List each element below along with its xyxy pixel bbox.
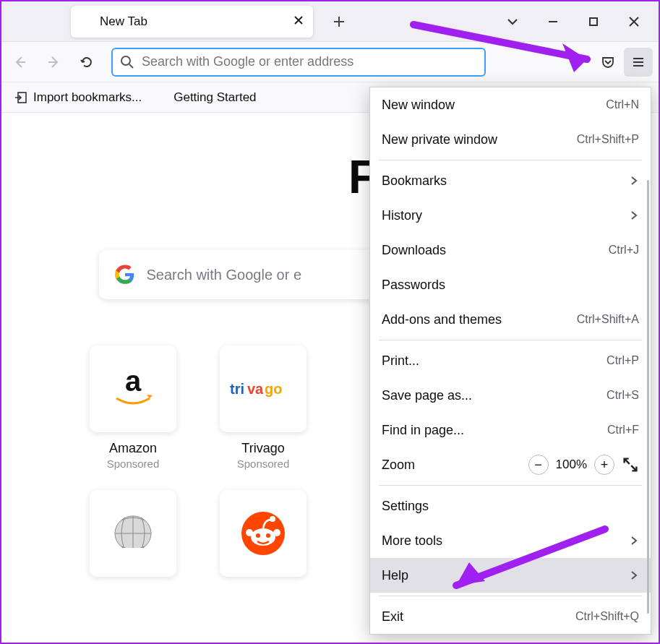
menu-separator: [379, 160, 642, 160]
tile-card: tri va go: [220, 345, 307, 432]
menu-label: New private window: [382, 132, 577, 147]
menu-shortcut: Ctrl+F: [607, 424, 639, 437]
menu-separator: [379, 340, 642, 340]
import-bookmarks-label: Import bookmarks...: [33, 90, 142, 105]
menu-label: Zoom: [382, 458, 528, 473]
svg-point-2: [121, 56, 130, 65]
menu-find-in-page[interactable]: Find in page... Ctrl+F: [370, 413, 651, 447]
maximize-window-button[interactable]: [573, 1, 614, 42]
close-tab-button[interactable]: [291, 15, 306, 27]
minimize-icon: [547, 16, 559, 27]
menu-new-private-window[interactable]: New private window Ctrl+Shift+P: [370, 122, 651, 157]
tile-card: [220, 490, 307, 577]
reddit-icon: [241, 511, 286, 556]
tile-title: Amazon: [109, 441, 157, 456]
zoom-in-button[interactable]: +: [594, 455, 614, 475]
chevron-right-icon: [629, 570, 639, 580]
app-menu-button[interactable]: [624, 48, 653, 77]
svg-point-13: [246, 529, 253, 536]
menu-zoom-row: Zoom − 100% +: [370, 447, 651, 482]
firefox-favicon-icon: [155, 91, 168, 104]
url-input[interactable]: [142, 54, 477, 69]
menu-label: History: [382, 208, 629, 223]
menu-label: Help: [382, 568, 629, 583]
chevron-right-icon: [629, 536, 639, 546]
menu-save-page-as[interactable]: Save page as... Ctrl+S: [370, 378, 651, 413]
back-button[interactable]: [7, 49, 33, 75]
tile-card: [90, 490, 176, 577]
new-tab-button[interactable]: [326, 9, 352, 35]
url-bar[interactable]: [111, 48, 486, 77]
tile-reddit[interactable]: [220, 490, 307, 577]
svg-point-15: [256, 533, 260, 538]
zoom-out-button[interactable]: −: [528, 455, 549, 475]
menu-label: Bookmarks: [382, 173, 629, 189]
menu-print[interactable]: Print... Ctrl+P: [370, 343, 651, 378]
tile-trivago[interactable]: tri va go Trivago Sponsored: [220, 345, 307, 470]
menu-settings[interactable]: Settings: [370, 489, 651, 523]
import-bookmarks-button[interactable]: Import bookmarks...: [14, 90, 142, 105]
chevron-down-icon: [506, 15, 519, 28]
menu-label: Save page as...: [382, 388, 607, 403]
tile-sub: Sponsored: [107, 458, 160, 470]
menu-bookmarks[interactable]: Bookmarks: [370, 163, 651, 198]
menu-history[interactable]: History: [370, 198, 651, 233]
arrow-right-icon: [46, 55, 61, 69]
wikipedia-icon: [111, 512, 155, 555]
menu-passwords[interactable]: Passwords: [370, 267, 651, 302]
svg-text:go: go: [265, 381, 282, 397]
title-bar: New Tab: [1, 1, 659, 42]
menu-exit[interactable]: Exit Ctrl+Shift+Q: [370, 599, 651, 634]
menu-shortcut: Ctrl+Shift+P: [577, 133, 639, 146]
tile-title: Trivago: [241, 441, 284, 456]
maximize-icon: [588, 17, 599, 27]
menu-label: Print...: [382, 353, 607, 369]
forward-button[interactable]: [40, 49, 67, 75]
firefox-taskbar-icon: [29, 10, 52, 33]
save-to-pocket-button[interactable]: [595, 49, 621, 75]
reload-icon: [80, 55, 94, 69]
tile-wikipedia[interactable]: [90, 490, 176, 577]
menu-scrollbar[interactable]: [647, 180, 649, 614]
menu-shortcut: Ctrl+Shift+A: [577, 313, 639, 326]
svg-rect-1: [590, 18, 597, 25]
reload-button[interactable]: [74, 49, 100, 75]
import-icon: [14, 91, 27, 104]
arrow-left-icon: [13, 55, 27, 69]
bookmark-getting-started[interactable]: Getting Started: [155, 90, 256, 105]
fullscreen-icon[interactable]: [622, 456, 639, 473]
tile-amazon[interactable]: a Amazon Sponsored: [90, 345, 176, 470]
minimize-window-button[interactable]: [533, 1, 573, 42]
google-icon: [115, 265, 135, 285]
menu-shortcut: Ctrl+S: [607, 389, 639, 402]
menu-shortcut: Ctrl+N: [606, 98, 639, 111]
pocket-icon: [601, 55, 615, 69]
menu-label: New window: [382, 98, 606, 113]
svg-text:tri: tri: [230, 381, 244, 397]
svg-point-14: [273, 529, 280, 536]
tile-sub: Sponsored: [237, 458, 290, 470]
list-all-tabs-button[interactable]: [492, 1, 533, 42]
x-icon: [293, 15, 304, 25]
tile-card: a: [90, 345, 176, 432]
trivago-icon: tri va go: [230, 378, 296, 400]
menu-shortcut: Ctrl+Shift+Q: [575, 610, 639, 623]
browser-tab[interactable]: New Tab: [71, 6, 313, 38]
svg-point-16: [266, 533, 270, 538]
hamburger-icon: [631, 55, 646, 69]
zoom-percentage: 100%: [556, 458, 587, 472]
menu-new-window[interactable]: New window Ctrl+N: [370, 87, 651, 122]
menu-label: Exit: [382, 609, 575, 624]
menu-more-tools[interactable]: More tools: [370, 523, 651, 558]
tab-title: New Tab: [100, 14, 291, 29]
menu-downloads[interactable]: Downloads Ctrl+J: [370, 233, 651, 267]
chevron-right-icon: [629, 176, 639, 186]
svg-point-17: [270, 516, 275, 522]
menu-addons[interactable]: Add-ons and themes Ctrl+Shift+A: [370, 302, 651, 337]
close-window-button[interactable]: [614, 1, 654, 42]
app-menu: New window Ctrl+N New private window Ctr…: [369, 87, 651, 635]
menu-shortcut: Ctrl+J: [609, 244, 639, 257]
menu-help[interactable]: Help: [370, 558, 651, 593]
x-icon: [628, 16, 640, 27]
menu-label: Downloads: [382, 243, 609, 258]
